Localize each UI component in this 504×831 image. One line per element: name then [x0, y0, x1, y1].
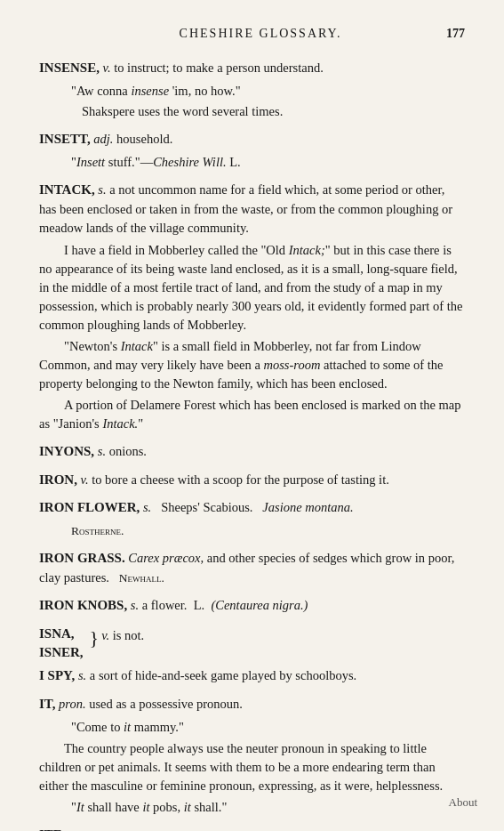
entry-i-spy: I SPY, s. a sort of hide-and-seek game p… [39, 666, 465, 686]
entry-isner-head: ISNER, [39, 643, 84, 663]
entry-ite-def: prep. out. [68, 827, 117, 831]
entry-it-body1: The country people always use the neuter… [39, 739, 465, 795]
entry-it-def: pron. used as a possessive pronoun. [59, 697, 243, 711]
entry-iron: IRON, v. to bore a cheese with a scoop f… [39, 471, 465, 490]
entry-insett: INSETT, adj. household. "Insett stuff."—… [39, 130, 465, 172]
entry-ite-head: ITE, [39, 827, 66, 831]
page-number: 177 [446, 25, 465, 43]
entry-insense-head-line: INSENSE, v. to instruct; to make a perso… [39, 59, 465, 78]
entry-iron-flower-head: IRON FLOWER, [39, 500, 140, 514]
entry-insett-head: INSETT, [39, 132, 91, 146]
entry-iron-def: v. to bore a cheese with a scoop for the… [81, 472, 389, 487]
entry-iron-knobs-def: s. a flower. L. (Centaurea nigra.) [131, 598, 308, 612]
entry-iron-flower: IRON FLOWER, s. Sheeps' Scabious. Jasion… [39, 498, 465, 540]
entry-iron-grass-line: IRON GRASS. Carex præcox, and other spec… [39, 549, 465, 587]
header-title: CHESHIRE GLOSSARY. [75, 25, 446, 43]
entry-iron-flower-location: Rostherne. [71, 521, 465, 540]
entry-it-head: IT, [39, 697, 55, 711]
entry-it: IT, pron. used as a possessive pronoun. … [39, 695, 465, 817]
entry-isna-isner: ISNA, ISNER, } v. is not. [39, 625, 465, 664]
about-label[interactable]: About [449, 795, 478, 811]
entry-insense-quote2: Shakspere uses the word several times. [82, 102, 465, 121]
entry-it-quote2: "It shall have it pobs, it shall." [71, 798, 465, 817]
entry-iron-head: IRON, [39, 472, 77, 487]
entry-insense-head: INSENSE, [39, 61, 100, 75]
entry-insett-head-line: INSETT, adj. household. [39, 130, 465, 149]
entry-iron-grass-head: IRON GRASS. [39, 551, 125, 565]
entry-inyons-head: INYONS, [39, 444, 94, 458]
entry-isna-head: ISNA, [39, 625, 84, 644]
entry-iron-knobs: IRON KNOBS, s. a flower. L. (Centaurea n… [39, 596, 465, 616]
entry-isna-isner-def: v. is not. [101, 625, 144, 645]
entry-inyons-def: s. onions. [98, 444, 147, 458]
entry-ite-head-line: ITE, prep. out. [39, 826, 465, 831]
entry-intack-body1: I have a field in Mobberley called the "… [39, 241, 465, 335]
entry-iron-flower-line: IRON FLOWER, s. Sheeps' Scabious. Jasion… [39, 498, 465, 518]
entry-i-spy-def: s. a sort of hide-and-seek game played b… [78, 668, 356, 682]
page-header: CHESHIRE GLOSSARY. 177 [39, 25, 465, 43]
brace-icon: } [90, 625, 100, 652]
entry-intack-head: INTACK, [39, 182, 95, 197]
entry-insett-quote: "Insett stuff."—Cheshire Will. L. [71, 153, 465, 172]
entry-insense-quote1: "Aw conna insense 'im, no how." [71, 82, 465, 101]
entry-isna-isner-heads: ISNA, ISNER, [39, 625, 84, 664]
entry-intack-body2: "Newton's Intack" is a small field in Mo… [39, 337, 465, 393]
entry-iron-knobs-head: IRON KNOBS, [39, 598, 127, 612]
entry-intack-body3: A portion of Delamere Forest which has b… [39, 396, 465, 433]
entry-intack: INTACK, s. a not uncommon name for a fie… [39, 181, 465, 433]
entry-it-head-line: IT, pron. used as a possessive pronoun. [39, 695, 465, 714]
entry-iron-grass: IRON GRASS. Carex præcox, and other spec… [39, 549, 465, 587]
entry-intack-def: s. a not uncommon name for a field which… [39, 182, 452, 235]
entry-iron-flower-def: s. Sheeps' Scabious. Jasione montana. [143, 500, 354, 514]
entry-inyons: INYONS, s. onions. [39, 442, 465, 462]
entry-ite: ITE, prep. out. The exact pronunciation … [39, 826, 465, 831]
entry-it-quote1: "Come to it mammy." [71, 718, 465, 737]
entry-insett-def: adj. household. [93, 132, 172, 146]
entry-insense: INSENSE, v. to instruct; to make a perso… [39, 59, 465, 121]
entry-i-spy-head: I SPY, [39, 668, 75, 682]
entry-insense-def: v. to instruct; to make a person underst… [103, 61, 324, 75]
entry-intack-head-line: INTACK, s. a not uncommon name for a fie… [39, 181, 465, 238]
